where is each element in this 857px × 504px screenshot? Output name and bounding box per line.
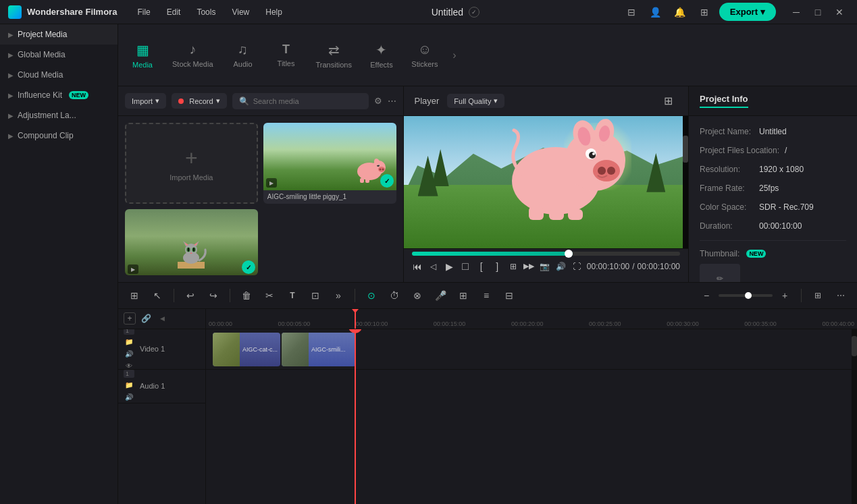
auto-reframe-btn[interactable]: ⊞ <box>454 286 473 305</box>
play-btn[interactable]: ▶ <box>444 258 456 275</box>
tab-stickers[interactable]: ☺ Stickers <box>403 36 446 74</box>
subtitle-btn[interactable]: ≡ <box>477 286 496 305</box>
menu-view[interactable]: View <box>225 5 256 20</box>
tab-transitions[interactable]: ⇄ Transitions <box>308 36 360 74</box>
svg-point-4 <box>382 169 384 171</box>
preview-scrollbar-thumb[interactable] <box>683 136 688 163</box>
record-button[interactable]: Record ▾ <box>172 93 226 109</box>
timeline-scrollbar[interactable] <box>852 329 857 505</box>
menu-file[interactable]: File <box>130 5 157 20</box>
effects-icon: ✦ <box>375 42 387 58</box>
render-btn[interactable]: ▶▶ <box>523 258 536 275</box>
player-tab[interactable]: Player <box>415 96 440 106</box>
import-media-card[interactable]: + Import Media <box>125 123 258 204</box>
cut-tool-btn[interactable]: ✂ <box>260 286 279 305</box>
close-btn[interactable]: ✕ <box>830 3 849 22</box>
mark-in-btn[interactable]: [ <box>475 258 488 275</box>
text-tool-btn[interactable]: T <box>283 286 302 305</box>
snapshot-btn[interactable]: 📷 <box>539 258 551 275</box>
media-panel: Import ▾ Record ▾ 🔍 ⚙ ⋯ <box>118 86 404 282</box>
menu-tools[interactable]: Tools <box>190 5 222 20</box>
volume-icon-audio[interactable]: 🔊 <box>124 391 134 402</box>
colorspace-label: Color Space: <box>700 202 754 212</box>
minimize-btn[interactable]: ─ <box>787 3 806 22</box>
sidebar-item-project-media[interactable]: ▶ Project Media <box>0 24 118 45</box>
timeline-thumb[interactable] <box>565 250 573 258</box>
volume-icon-video[interactable]: 🔊 <box>124 348 134 359</box>
media-card-piggy[interactable]: ▶ ✓ AIGC-smiling little piggy_1 <box>263 123 396 204</box>
export-button[interactable]: Export ▾ <box>719 3 776 21</box>
stabilize-btn[interactable]: ⊗ <box>408 286 427 305</box>
pig-clip[interactable]: AIGC-smili... <box>282 333 356 366</box>
mark-out-btn[interactable]: ] <box>491 258 503 275</box>
collapse-btn[interactable]: ◀ <box>156 312 168 325</box>
preview-timeline-bar[interactable] <box>412 252 681 256</box>
search-icon: 🔍 <box>239 96 249 106</box>
fullscreen-btn[interactable]: ⛶ <box>571 258 583 275</box>
search-input[interactable] <box>253 97 362 105</box>
layout-btn[interactable]: ⊞ <box>808 286 827 305</box>
folder-icon-audio[interactable]: 📁 <box>124 379 134 390</box>
quality-selector[interactable]: Full Quality ▾ <box>447 94 504 108</box>
redo-btn[interactable]: ↪ <box>204 286 223 305</box>
thumbnail-row: ✏ <box>700 264 846 282</box>
more-tools-btn[interactable]: » <box>329 286 348 305</box>
timeline-scrollbar-thumb[interactable] <box>852 336 857 356</box>
menu-help[interactable]: Help <box>259 5 289 20</box>
pip-btn[interactable]: ⊟ <box>500 286 519 305</box>
thumbnail-preview: ✏ <box>700 264 740 282</box>
undo-btn[interactable]: ↩ <box>181 286 200 305</box>
playhead-x-icon: ✕ <box>353 329 358 331</box>
import-button[interactable]: Import ▾ <box>125 93 166 109</box>
sidebar-item-cloud-media[interactable]: ▶ Cloud Media <box>0 65 118 85</box>
stickers-icon: ☺ <box>418 42 432 57</box>
cat-clip-label: AIGC-cat-c... <box>240 345 280 354</box>
cat-clip[interactable]: AIGC-cat-c... <box>213 333 280 366</box>
tab-audio[interactable]: ♫ Audio <box>222 36 265 74</box>
prev-frame-btn[interactable]: ◁ <box>427 258 440 275</box>
tab-stock-media[interactable]: ♪ Stock Media <box>164 36 222 74</box>
search-box[interactable]: 🔍 <box>232 93 369 109</box>
sidebar-item-global-media[interactable]: ▶ Global Media <box>0 45 118 65</box>
playhead[interactable]: ✕ <box>355 329 356 505</box>
zoom-minus-btn[interactable]: − <box>697 286 716 305</box>
preview-fullscreen-icon[interactable]: ⊞ <box>658 92 677 111</box>
sidebar-item-influence-kit[interactable]: ▶ Influence Kit NEW <box>0 85 118 105</box>
sidebar-item-adjustment-layer[interactable]: ▶ Adjustment La... <box>0 105 118 125</box>
folder-icon-video[interactable]: 📁 <box>124 336 134 347</box>
sidebar-item-compound-clip[interactable]: ▶ Compound Clip <box>0 125 118 146</box>
preview-scrollbar[interactable] <box>683 116 688 248</box>
project-info-tab[interactable]: Project Info <box>700 94 748 108</box>
screen-btn[interactable]: ⊟ <box>622 3 641 22</box>
multi-cam-btn[interactable]: ⊞ <box>125 286 144 305</box>
rewind-btn[interactable]: ⏮ <box>412 258 424 275</box>
zoom-plus-btn[interactable]: + <box>775 286 794 305</box>
menu-edit[interactable]: Edit <box>160 5 188 20</box>
apps-btn[interactable]: ⊞ <box>695 3 714 22</box>
more-layout-btn[interactable]: ⋯ <box>831 286 850 305</box>
add-track-btn[interactable]: + <box>124 312 136 325</box>
media-card-cat[interactable]: ▶ ✓ AIGC-cat eating ice cream_1 <box>125 209 258 275</box>
audio-btn[interactable]: 🔊 <box>555 258 567 275</box>
cut-btn[interactable]: □ <box>459 258 471 275</box>
zoom-slider[interactable] <box>719 294 773 297</box>
select-tool-btn[interactable]: ↖ <box>148 286 167 305</box>
tabs-more-btn[interactable]: › <box>446 35 463 76</box>
time-display: 00:00:10:00 / 00:00:10:00 <box>587 262 680 271</box>
link-btn[interactable]: 🔗 <box>140 312 152 325</box>
more-options-icon[interactable]: ⋯ <box>388 96 396 106</box>
resolution-value: 1920 x 1080 <box>759 165 804 174</box>
tab-effects[interactable]: ✦ Effects <box>360 36 403 74</box>
profile-btn[interactable]: 👤 <box>646 3 665 22</box>
add-timeline-btn[interactable]: ⊞ <box>507 258 519 275</box>
voice-btn[interactable]: 🎤 <box>431 286 450 305</box>
color-correction-btn[interactable]: ⊙ <box>362 286 381 305</box>
filter-icon[interactable]: ⚙ <box>374 96 382 106</box>
maximize-btn[interactable]: □ <box>808 3 827 22</box>
tab-titles[interactable]: T Titles <box>265 37 308 73</box>
speed-btn[interactable]: ⏱ <box>385 286 404 305</box>
notifications-btn[interactable]: 🔔 <box>671 3 690 22</box>
crop-tool-btn[interactable]: ⊡ <box>306 286 325 305</box>
delete-btn[interactable]: 🗑 <box>237 286 256 305</box>
tab-media[interactable]: ▦ Media <box>121 36 164 74</box>
